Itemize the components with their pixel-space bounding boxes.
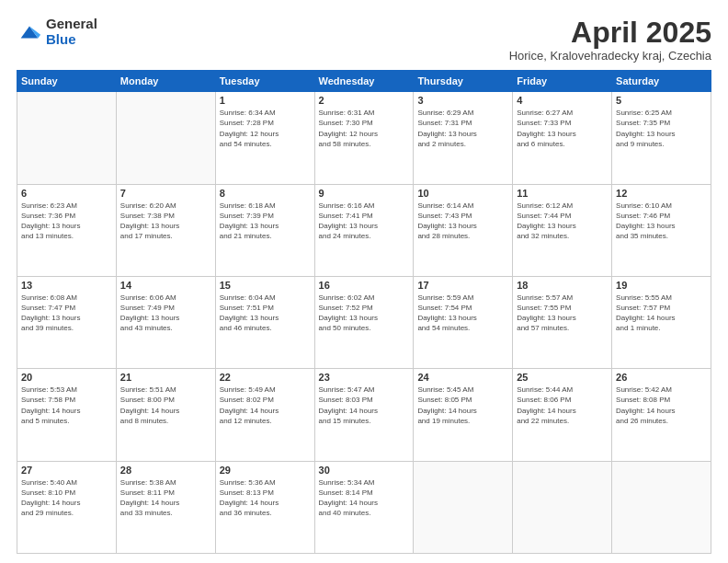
- day-number: 17: [417, 280, 508, 291]
- day-number: 6: [21, 188, 112, 199]
- calendar-cell: [414, 461, 513, 553]
- calendar-table: Sunday Monday Tuesday Wednesday Thursday…: [17, 70, 711, 554]
- calendar-cell: 9Sunrise: 6:16 AMSunset: 7:41 PMDaylight…: [314, 184, 414, 276]
- day-number: 15: [220, 280, 311, 291]
- day-info: Sunrise: 5:40 AMSunset: 8:10 PMDaylight:…: [21, 477, 112, 519]
- calendar-cell: 5Sunrise: 6:25 AMSunset: 7:35 PMDaylight…: [612, 92, 711, 184]
- calendar-week-4: 27Sunrise: 5:40 AMSunset: 8:10 PMDayligh…: [17, 461, 711, 553]
- day-info: Sunrise: 5:44 AMSunset: 8:06 PMDaylight:…: [517, 385, 608, 426]
- calendar-cell: 2Sunrise: 6:31 AMSunset: 7:30 PMDaylight…: [314, 92, 414, 184]
- calendar-cell: 11Sunrise: 6:12 AMSunset: 7:44 PMDayligh…: [513, 184, 612, 276]
- day-number: 1: [220, 95, 311, 106]
- day-number: 11: [517, 188, 608, 199]
- day-number: 27: [21, 465, 112, 476]
- logo-text: General Blue: [46, 17, 97, 47]
- calendar-cell: [17, 92, 117, 184]
- calendar-cell: 15Sunrise: 6:04 AMSunset: 7:51 PMDayligh…: [215, 276, 314, 368]
- calendar-cell: 10Sunrise: 6:14 AMSunset: 7:43 PMDayligh…: [414, 184, 513, 276]
- day-number: 21: [120, 372, 211, 383]
- day-info: Sunrise: 5:36 AMSunset: 8:13 PMDaylight:…: [220, 477, 311, 519]
- header-thursday: Thursday: [414, 71, 513, 92]
- day-info: Sunrise: 5:45 AMSunset: 8:05 PMDaylight:…: [417, 385, 508, 426]
- day-number: 26: [616, 372, 707, 383]
- page: General Blue April 2025 Horice, Kraloveh…: [0, 0, 728, 563]
- calendar-cell: 4Sunrise: 6:27 AMSunset: 7:33 PMDaylight…: [513, 92, 612, 184]
- day-number: 22: [220, 372, 311, 383]
- day-number: 14: [120, 280, 211, 291]
- calendar-cell: [612, 461, 711, 553]
- day-number: 18: [517, 280, 608, 291]
- day-number: 25: [517, 372, 608, 383]
- day-number: 2: [319, 95, 410, 106]
- day-number: 7: [120, 188, 211, 199]
- day-info: Sunrise: 5:47 AMSunset: 8:03 PMDaylight:…: [319, 385, 410, 426]
- calendar-cell: 21Sunrise: 5:51 AMSunset: 8:00 PMDayligh…: [116, 369, 215, 461]
- calendar-cell: 8Sunrise: 6:18 AMSunset: 7:39 PMDaylight…: [215, 184, 314, 276]
- calendar-cell: 6Sunrise: 6:23 AMSunset: 7:36 PMDaylight…: [17, 184, 117, 276]
- calendar-cell: 30Sunrise: 5:34 AMSunset: 8:14 PMDayligh…: [314, 461, 414, 553]
- subtitle: Horice, Kralovehradecky kraj, Czechia: [509, 49, 711, 63]
- day-info: Sunrise: 5:49 AMSunset: 8:02 PMDaylight:…: [220, 385, 311, 426]
- header: General Blue April 2025 Horice, Kraloveh…: [17, 17, 711, 63]
- day-number: 30: [319, 465, 410, 476]
- title-block: April 2025 Horice, Kralovehradecky kraj,…: [509, 17, 711, 63]
- calendar-cell: 3Sunrise: 6:29 AMSunset: 7:31 PMDaylight…: [414, 92, 513, 184]
- day-info: Sunrise: 5:42 AMSunset: 8:08 PMDaylight:…: [616, 385, 707, 426]
- calendar-cell: 27Sunrise: 5:40 AMSunset: 8:10 PMDayligh…: [17, 461, 117, 553]
- logo: General Blue: [17, 17, 97, 47]
- day-info: Sunrise: 6:25 AMSunset: 7:35 PMDaylight:…: [616, 108, 707, 149]
- day-number: 8: [220, 188, 311, 199]
- calendar-cell: 7Sunrise: 6:20 AMSunset: 7:38 PMDaylight…: [116, 184, 215, 276]
- calendar-cell: 13Sunrise: 6:08 AMSunset: 7:47 PMDayligh…: [17, 276, 117, 368]
- day-info: Sunrise: 5:57 AMSunset: 7:55 PMDaylight:…: [517, 293, 608, 334]
- calendar-cell: 23Sunrise: 5:47 AMSunset: 8:03 PMDayligh…: [314, 369, 414, 461]
- day-number: 24: [417, 372, 508, 383]
- day-number: 28: [120, 465, 211, 476]
- day-number: 20: [21, 372, 112, 383]
- calendar-cell: 19Sunrise: 5:55 AMSunset: 7:57 PMDayligh…: [612, 276, 711, 368]
- calendar-cell: 25Sunrise: 5:44 AMSunset: 8:06 PMDayligh…: [513, 369, 612, 461]
- header-wednesday: Wednesday: [314, 71, 414, 92]
- calendar-cell: 17Sunrise: 5:59 AMSunset: 7:54 PMDayligh…: [414, 276, 513, 368]
- calendar-cell: 18Sunrise: 5:57 AMSunset: 7:55 PMDayligh…: [513, 276, 612, 368]
- header-row: Sunday Monday Tuesday Wednesday Thursday…: [17, 71, 711, 92]
- day-number: 23: [319, 372, 410, 383]
- day-info: Sunrise: 6:16 AMSunset: 7:41 PMDaylight:…: [319, 201, 410, 242]
- calendar-cell: [116, 92, 215, 184]
- day-number: 19: [616, 280, 707, 291]
- day-info: Sunrise: 6:20 AMSunset: 7:38 PMDaylight:…: [120, 201, 211, 242]
- day-info: Sunrise: 5:55 AMSunset: 7:57 PMDaylight:…: [616, 293, 707, 334]
- calendar-cell: 22Sunrise: 5:49 AMSunset: 8:02 PMDayligh…: [215, 369, 314, 461]
- day-info: Sunrise: 5:53 AMSunset: 7:58 PMDaylight:…: [21, 385, 112, 426]
- day-info: Sunrise: 6:06 AMSunset: 7:49 PMDaylight:…: [120, 293, 211, 334]
- header-tuesday: Tuesday: [215, 71, 314, 92]
- day-number: 5: [616, 95, 707, 106]
- calendar-week-3: 20Sunrise: 5:53 AMSunset: 7:58 PMDayligh…: [17, 369, 711, 461]
- header-friday: Friday: [513, 71, 612, 92]
- day-info: Sunrise: 6:27 AMSunset: 7:33 PMDaylight:…: [517, 108, 608, 149]
- day-info: Sunrise: 6:14 AMSunset: 7:43 PMDaylight:…: [417, 201, 508, 242]
- logo-icon: [17, 19, 42, 45]
- day-info: Sunrise: 6:12 AMSunset: 7:44 PMDaylight:…: [517, 201, 608, 242]
- calendar-cell: 28Sunrise: 5:38 AMSunset: 8:11 PMDayligh…: [116, 461, 215, 553]
- month-title: April 2025: [509, 17, 711, 49]
- header-saturday: Saturday: [612, 71, 711, 92]
- logo-general: General: [46, 17, 97, 32]
- calendar-week-1: 6Sunrise: 6:23 AMSunset: 7:36 PMDaylight…: [17, 184, 711, 276]
- calendar-week-2: 13Sunrise: 6:08 AMSunset: 7:47 PMDayligh…: [17, 276, 711, 368]
- day-number: 3: [417, 95, 508, 106]
- day-info: Sunrise: 5:34 AMSunset: 8:14 PMDaylight:…: [319, 477, 410, 519]
- calendar-cell: 24Sunrise: 5:45 AMSunset: 8:05 PMDayligh…: [414, 369, 513, 461]
- day-info: Sunrise: 6:10 AMSunset: 7:46 PMDaylight:…: [616, 201, 707, 242]
- day-info: Sunrise: 5:59 AMSunset: 7:54 PMDaylight:…: [417, 293, 508, 334]
- day-info: Sunrise: 6:04 AMSunset: 7:51 PMDaylight:…: [220, 293, 311, 334]
- day-info: Sunrise: 6:29 AMSunset: 7:31 PMDaylight:…: [417, 108, 508, 149]
- day-number: 16: [319, 280, 410, 291]
- header-sunday: Sunday: [17, 71, 117, 92]
- calendar-cell: 20Sunrise: 5:53 AMSunset: 7:58 PMDayligh…: [17, 369, 117, 461]
- day-info: Sunrise: 6:34 AMSunset: 7:28 PMDaylight:…: [220, 108, 311, 149]
- logo-blue: Blue: [46, 32, 97, 48]
- calendar-cell: 26Sunrise: 5:42 AMSunset: 8:08 PMDayligh…: [612, 369, 711, 461]
- day-info: Sunrise: 5:51 AMSunset: 8:00 PMDaylight:…: [120, 385, 211, 426]
- day-number: 9: [319, 188, 410, 199]
